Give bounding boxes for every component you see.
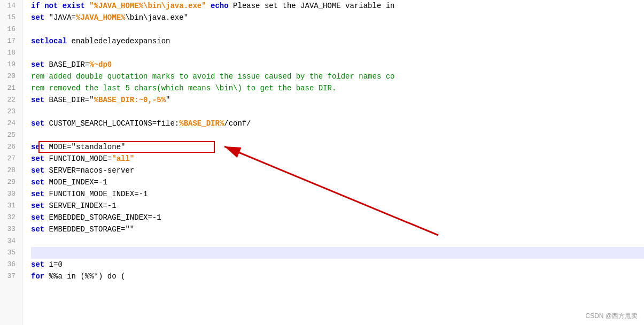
line-numbers: 1415161718192021222324252627282930313233…: [0, 0, 22, 325]
code-token: %JAVA_HOME%: [76, 12, 125, 24]
code-line-36: set i=0: [31, 259, 644, 270]
code-token: SERVER=nacos-server: [49, 165, 135, 176]
code-token: BASE_DIR=": [49, 94, 94, 106]
code-token: set: [31, 223, 49, 235]
code-token: rem: [31, 71, 44, 82]
code-token: [206, 0, 211, 12]
code-line-28: set SERVER=nacos-server: [31, 165, 644, 176]
code-token: setlocal: [31, 35, 67, 47]
code-token: rem: [31, 82, 44, 94]
code-token: set: [31, 141, 49, 153]
code-token: for: [31, 270, 49, 282]
code-line-32: set EMBEDDED_STORAGE_INDEX=-1: [31, 212, 644, 223]
code-token: set: [31, 118, 49, 129]
code-line-25: [31, 129, 644, 141]
code-token: set: [31, 188, 49, 200]
code-token: added double quotation marks to avoid th…: [44, 71, 394, 82]
code-token: "all": [112, 153, 134, 165]
code-line-17: setlocal enabledelayedexpansion: [31, 35, 644, 47]
code-line-34: [31, 235, 644, 247]
code-token: %%a in (%%*) do (: [49, 270, 126, 282]
code-line-14: if not exist "%JAVA_HOME%\bin\java.exe" …: [31, 0, 644, 12]
code-token: "JAVA=: [49, 12, 76, 24]
code-token: FUNCTION_MODE=: [49, 153, 112, 165]
code-token: MODE="standalone": [49, 141, 126, 153]
code-token: CUSTOM_SEARCH_LOCATIONS=file:: [49, 118, 180, 129]
code-token: set: [31, 176, 49, 188]
code-token: removed the last 5 chars(which means \bi…: [44, 82, 336, 94]
code-line-29: set MODE_INDEX=-1: [31, 176, 644, 188]
code-token: set: [31, 153, 49, 165]
code-token: set: [31, 94, 49, 106]
code-container: 1415161718192021222324252627282930313233…: [0, 0, 644, 325]
code-line-22: set BASE_DIR="%BASE_DIR:~0,-5%": [31, 94, 644, 106]
code-token: /conf/: [224, 118, 251, 129]
code-token: set: [31, 165, 49, 176]
code-token: set: [31, 12, 49, 24]
code-line-24: set CUSTOM_SEARCH_LOCATIONS=file:%BASE_D…: [31, 118, 644, 129]
code-line-23: [31, 106, 644, 118]
code-area: 1415161718192021222324252627282930313233…: [0, 0, 644, 325]
code-token: if not exist: [31, 0, 89, 12]
code-token: SERVER_INDEX=-1: [49, 200, 117, 212]
code-line-19: set BASE_DIR=%~dp0: [31, 59, 644, 71]
code-token: %BASE_DIR:~0,-5%: [94, 94, 166, 106]
code-line-16: [31, 24, 644, 35]
code-line-15: set "JAVA=%JAVA_HOME%\bin\java.exe": [31, 12, 644, 24]
code-token: i=0: [49, 259, 63, 270]
code-token: Please set the JAVA_HOME variable in: [229, 0, 395, 12]
code-line-21: rem removed the last 5 chars(which means…: [31, 82, 644, 94]
code-line-37: for %%a in (%%*) do (: [31, 270, 644, 282]
code-token: EMBEDDED_STORAGE="": [49, 223, 135, 235]
code-line-30: set FUNCTION_MODE_INDEX=-1: [31, 188, 644, 200]
code-token: set: [31, 59, 49, 71]
code-line-33: set EMBEDDED_STORAGE="": [31, 223, 644, 235]
code-token: ": [166, 94, 170, 106]
code-token: set: [31, 259, 49, 270]
code-line-35: [31, 247, 644, 259]
code-token: echo: [211, 0, 229, 12]
code-token: EMBEDDED_STORAGE_INDEX=-1: [49, 212, 161, 223]
code-token: FUNCTION_MODE_INDEX=-1: [49, 188, 148, 200]
code-token: MODE_INDEX=-1: [49, 176, 107, 188]
watermark: CSDN @西方甩卖: [585, 312, 638, 321]
code-token: \bin\java.exe": [125, 12, 188, 24]
code-line-26: set MODE="standalone": [31, 141, 644, 153]
code-line-18: [31, 47, 644, 59]
code-line-27: set FUNCTION_MODE="all": [31, 153, 644, 165]
code-token: %~dp0: [89, 59, 112, 71]
code-token: "%JAVA_HOME%\bin\java.exe": [89, 0, 206, 12]
code-token: set: [31, 200, 49, 212]
code-token: %BASE_DIR%: [179, 118, 224, 129]
code-token: BASE_DIR=: [49, 59, 90, 71]
code-token: set: [31, 212, 49, 223]
code-lines: if not exist "%JAVA_HOME%\bin\java.exe" …: [22, 0, 644, 325]
code-token: enabledelayedexpansion: [67, 35, 170, 47]
code-line-31: set SERVER_INDEX=-1: [31, 200, 644, 212]
code-line-20: rem added double quotation marks to avoi…: [31, 71, 644, 82]
